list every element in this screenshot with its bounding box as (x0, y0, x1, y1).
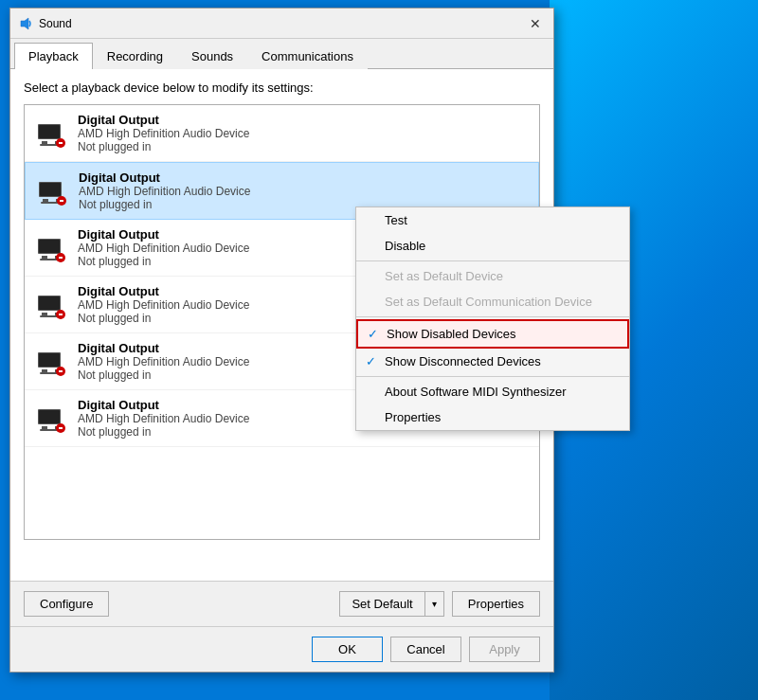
sound-icon (18, 16, 33, 31)
device-name: Digital Output (78, 341, 249, 355)
svg-rect-2 (39, 125, 60, 138)
device-info: Digital Output AMD High Definition Audio… (78, 113, 249, 153)
device-info: Digital Output AMD High Definition Audio… (78, 227, 249, 268)
dialog-footer: OK Cancel Apply (10, 626, 553, 672)
menu-separator-2 (356, 316, 629, 317)
device-info: Digital Output AMD High Definition Audio… (79, 171, 250, 211)
context-menu-item-disable[interactable]: Disable (356, 233, 629, 259)
svg-rect-35 (59, 370, 63, 372)
close-button[interactable]: ✕ (525, 13, 546, 34)
device-info: Digital Output AMD High Definition Audio… (78, 341, 249, 382)
title-bar: Sound ✕ (10, 9, 553, 39)
apply-button[interactable]: Apply (469, 637, 540, 662)
context-menu-item-properties[interactable]: Properties (356, 404, 629, 430)
device-status: Not plugged in (78, 255, 249, 268)
dialog-title: Sound (39, 17, 525, 30)
properties-button[interactable]: Properties (452, 591, 540, 617)
device-name: Digital Output (79, 171, 250, 185)
svg-rect-28 (59, 314, 63, 315)
device-status: Not plugged in (78, 368, 249, 382)
device-icon (34, 345, 68, 379)
svg-rect-9 (40, 183, 61, 196)
device-driver: AMD High Definition Audio Device (78, 242, 249, 255)
device-icon (34, 402, 68, 436)
configure-button[interactable]: Configure (24, 591, 109, 617)
svg-rect-17 (42, 256, 47, 259)
svg-marker-0 (21, 18, 28, 29)
device-name: Digital Output (78, 284, 249, 298)
device-icon (34, 231, 68, 265)
device-name: Digital Output (78, 398, 249, 412)
checkmark-icon: ✓ (368, 327, 378, 341)
device-status: Not plugged in (79, 198, 250, 211)
svg-rect-10 (43, 199, 48, 202)
device-driver: AMD High Definition Audio Device (78, 298, 249, 312)
device-name: Digital Output (78, 113, 249, 127)
device-icon (35, 174, 69, 208)
context-menu-item-set-default-comm[interactable]: Set as Default Communication Device (356, 289, 629, 314)
svg-rect-30 (39, 353, 60, 367)
checkmark-icon: ✓ (366, 354, 376, 368)
cancel-button[interactable]: Cancel (390, 637, 461, 662)
menu-separator-3 (356, 376, 629, 377)
menu-separator (356, 260, 629, 261)
context-menu-item-show-disabled[interactable]: ✓ Show Disabled Devices (356, 319, 629, 349)
svg-rect-16 (39, 240, 60, 253)
device-name: Digital Output (78, 227, 249, 242)
svg-rect-24 (42, 313, 47, 315)
tabs-container: Playback Recording Sounds Communications (10, 39, 553, 69)
set-default-arrow[interactable]: ▾ (424, 591, 444, 617)
tab-communications[interactable]: Communications (247, 43, 368, 69)
tab-recording[interactable]: Recording (93, 43, 177, 69)
context-menu-item-show-disconnected[interactable]: ✓ Show Disconnected Devices (356, 349, 629, 374)
context-menu-item-about-synth[interactable]: About Software MIDI Synthesizer (356, 379, 629, 404)
device-status: Not plugged in (78, 425, 249, 439)
set-default-group: Set Default ▾ (339, 591, 443, 617)
content-description: Select a playback device below to modify… (24, 81, 540, 95)
svg-rect-21 (59, 257, 63, 259)
tab-sounds[interactable]: Sounds (177, 43, 247, 69)
device-status: Not plugged in (78, 312, 249, 325)
svg-rect-31 (42, 369, 47, 372)
svg-rect-3 (42, 141, 47, 144)
svg-rect-38 (42, 426, 47, 429)
ok-button[interactable]: OK (312, 637, 383, 662)
svg-rect-23 (39, 296, 60, 310)
device-info: Digital Output AMD High Definition Audio… (78, 284, 249, 325)
svg-rect-37 (39, 410, 60, 423)
device-driver: AMD High Definition Audio Device (78, 127, 249, 140)
context-menu-item-test[interactable]: Test (356, 207, 629, 233)
tab-playback[interactable]: Playback (14, 43, 93, 69)
device-driver: AMD High Definition Audio Device (79, 185, 250, 198)
context-menu: Test Disable Set as Default Device Set a… (355, 206, 630, 431)
table-row[interactable]: Digital Output AMD High Definition Audio… (25, 105, 539, 162)
device-info: Digital Output AMD High Definition Audio… (78, 398, 249, 439)
svg-rect-42 (59, 427, 63, 429)
svg-rect-7 (59, 142, 63, 144)
device-actions-bar: Configure Set Default ▾ Properties (10, 581, 553, 626)
device-driver: AMD High Definition Audio Device (78, 355, 249, 368)
device-driver: AMD High Definition Audio Device (78, 412, 249, 425)
device-icon (34, 288, 68, 322)
svg-rect-14 (60, 200, 63, 202)
device-icon (34, 117, 68, 151)
device-status: Not plugged in (78, 140, 249, 153)
context-menu-item-set-default[interactable]: Set as Default Device (356, 263, 629, 289)
set-default-button[interactable]: Set Default (339, 591, 424, 617)
